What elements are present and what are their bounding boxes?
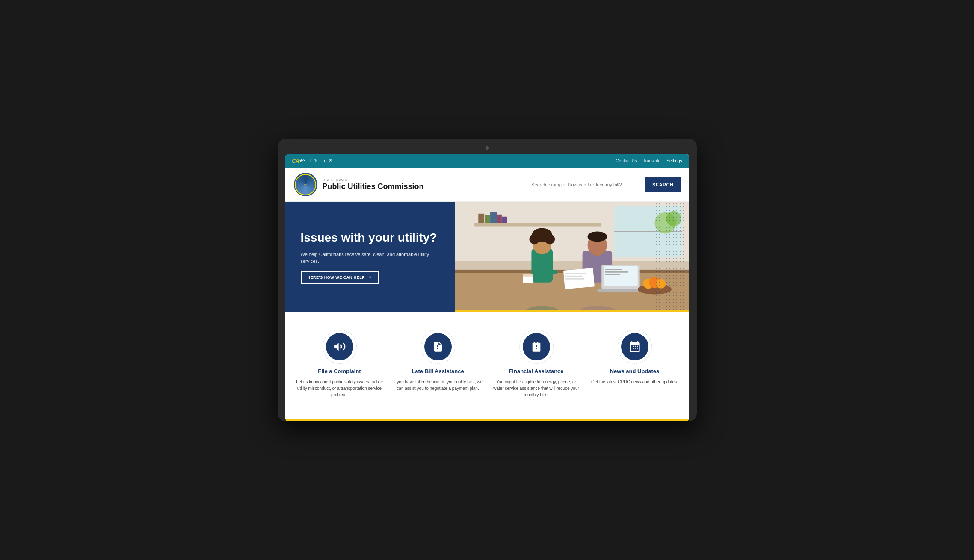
social-icons: f 𝕏 in ✉ xyxy=(309,158,332,164)
news-title[interactable]: News and Updates xyxy=(610,368,660,374)
financial-icon-wrapper xyxy=(519,330,554,364)
brand-text: CALIFORNIA Public Utilities Commission xyxy=(323,178,424,191)
email-icon[interactable]: ✉ xyxy=(329,158,332,164)
top-bar: CA.gov f 𝕏 in ✉ Contact Us Translate Set… xyxy=(285,154,689,168)
org-name: Public Utilities Commission xyxy=(323,182,424,191)
state-name: CALIFORNIA xyxy=(323,178,424,182)
hero-title: Issues with your utility? xyxy=(301,230,442,245)
california-seal: CA xyxy=(294,173,317,196)
contact-us-link[interactable]: Contact Us xyxy=(616,159,637,163)
service-complaint: File a Complaint Let us know about publi… xyxy=(295,330,385,398)
ca-gov-logo[interactable]: CA.gov xyxy=(292,158,305,164)
service-financial: Financial Assistance You might be eligib… xyxy=(491,330,581,398)
complaint-desc: Let us know about public safety issues, … xyxy=(295,379,385,398)
browser-window: CA.gov f 𝕏 in ✉ Contact Us Translate Set… xyxy=(285,154,689,421)
svg-rect-35 xyxy=(565,273,586,274)
service-news: News and Updates Get the latest CPUC new… xyxy=(590,330,680,398)
arrow-icon: ▼ xyxy=(368,275,372,280)
svg-rect-4 xyxy=(485,215,490,223)
hero-yellow-bar xyxy=(455,310,689,312)
svg-point-21 xyxy=(533,230,542,239)
hero-illustration xyxy=(455,202,689,312)
svg-rect-36 xyxy=(565,276,582,277)
svg-rect-7 xyxy=(502,217,507,223)
top-bar-left: CA.gov f 𝕏 in ✉ xyxy=(292,158,332,164)
header: CA CALIFORNIA Public Utilities Commissio… xyxy=(285,168,689,202)
hero-image xyxy=(455,202,689,312)
complaint-icon-ring xyxy=(323,330,357,364)
facebook-icon[interactable]: f xyxy=(309,158,311,163)
bill-icon-wrapper xyxy=(421,330,455,364)
brand: CA CALIFORNIA Public Utilities Commissio… xyxy=(294,173,424,196)
linkedin-icon[interactable]: in xyxy=(321,158,325,163)
twitter-icon[interactable]: 𝕏 xyxy=(314,158,318,164)
laptop-frame: CA.gov f 𝕏 in ✉ Contact Us Translate Set… xyxy=(278,139,697,421)
news-desc: Get the latest CPUC news and other updat… xyxy=(591,379,678,385)
svg-rect-30 xyxy=(605,269,622,270)
camera-dot xyxy=(486,146,489,150)
hero-content: Issues with your utility? We help Califo… xyxy=(285,202,455,312)
svg-rect-31 xyxy=(605,271,628,273)
financial-title[interactable]: Financial Assistance xyxy=(509,368,563,374)
search-area: SEARCH xyxy=(526,177,680,192)
dots-pattern xyxy=(654,202,689,312)
translate-link[interactable]: Translate xyxy=(643,159,660,163)
settings-link[interactable]: Settings xyxy=(666,159,682,163)
services-section: File a Complaint Let us know about publi… xyxy=(285,312,689,419)
bill-icon-ring xyxy=(421,330,455,364)
svg-rect-39 xyxy=(523,274,533,277)
bottom-yellow-bar xyxy=(285,419,689,421)
svg-rect-2 xyxy=(474,223,601,227)
top-bar-right: Contact Us Translate Settings xyxy=(616,159,682,163)
svg-rect-33 xyxy=(597,289,644,292)
svg-point-22 xyxy=(542,230,551,239)
svg-rect-37 xyxy=(565,278,584,280)
news-icon-ring xyxy=(618,330,652,364)
financial-icon-ring xyxy=(519,330,554,364)
search-button[interactable]: SEARCH xyxy=(645,177,680,192)
hero-section: Issues with your utility? We help Califo… xyxy=(285,202,689,312)
svg-rect-32 xyxy=(605,274,620,275)
bill-title[interactable]: Late Bill Assistance xyxy=(412,368,464,374)
search-input[interactable] xyxy=(526,177,645,192)
news-icon-wrapper xyxy=(618,330,652,364)
seal-text: CA xyxy=(304,183,307,186)
hero-subtitle: We help Californians receive safe, clean… xyxy=(301,251,442,265)
seal-inner: CA xyxy=(295,174,316,195)
financial-desc: You might be eligible for energy, phone,… xyxy=(491,379,581,398)
svg-rect-5 xyxy=(490,212,497,223)
svg-rect-6 xyxy=(497,215,502,223)
complaint-title[interactable]: File a Complaint xyxy=(318,368,361,374)
svg-rect-3 xyxy=(478,214,484,223)
bill-desc: If you have fallen behind on your utilit… xyxy=(393,379,483,392)
complaint-icon-wrapper xyxy=(323,330,357,364)
svg-point-27 xyxy=(587,232,607,242)
service-bill: Late Bill Assistance If you have fallen … xyxy=(393,330,483,398)
services-grid: File a Complaint Let us know about publi… xyxy=(295,330,680,398)
hero-cta-button[interactable]: HERE'S HOW WE CAN HELP ▼ xyxy=(301,271,379,284)
